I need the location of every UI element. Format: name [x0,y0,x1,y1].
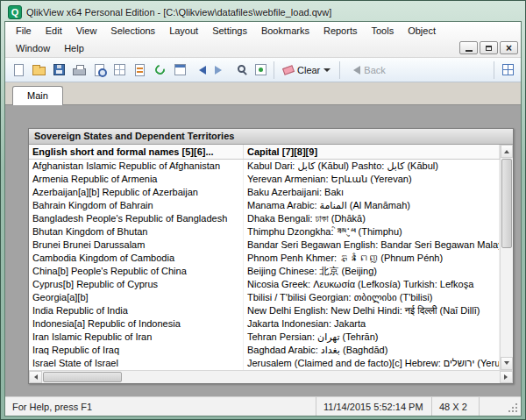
vertical-scrollbar[interactable] [500,145,513,370]
undo-button[interactable] [190,61,210,80]
undo-icon [195,66,206,75]
menu-item-bookmarks[interactable]: Bookmarks [254,24,316,38]
cell-capital[interactable]: Baku Azerbaijani: Bakı [244,186,500,199]
table-body-wrap: English short and formal names [5][6]...… [29,145,513,370]
tab-main[interactable]: Main [12,86,63,105]
cell-country-name[interactable]: Brunei Brunei Darussalam [29,238,244,252]
edit-script-icon [135,64,145,76]
cell-capital[interactable]: Jakarta Indonesian: Jakarta [244,317,500,331]
horizontal-scroll-thumb[interactable] [43,372,122,382]
print-button[interactable] [69,61,89,80]
edit-layout-button[interactable] [110,61,129,80]
menu-item-object[interactable]: Object [401,24,443,38]
cell-country-name[interactable]: Georgia[a][b] [29,291,244,304]
cell-country-name[interactable]: Cambodia Kingdom of Cambodia [29,252,244,265]
save-button[interactable] [49,61,68,80]
reload-button[interactable] [150,61,169,80]
toolbar-separator [339,61,340,79]
menu-item-reports[interactable]: Reports [316,24,365,38]
design-grid-button[interactable] [498,61,517,80]
table-row: Israel State of IsraelJerusalem (Claimed… [29,357,500,370]
horizontal-scroll-track[interactable] [42,371,500,383]
cell-country-name[interactable]: Iraq Republic of Iraq [29,344,244,357]
cell-country-name[interactable]: Indonesia[a] Republic of Indonesia [29,317,244,331]
open-file-button[interactable] [29,61,48,80]
mdi-close-button[interactable]: × [500,41,518,54]
table-row: Iraq Republic of IraqBaghdad Arabic: بغد… [29,344,500,357]
reload-icon [153,63,166,76]
search-button[interactable] [231,61,250,80]
cell-capital[interactable]: Beijing Chinese: 北京 (Beijing) [244,265,500,278]
cell-country-name[interactable]: Israel State of Israel [29,357,244,370]
cell-country-name[interactable]: China[b] People's Republic of China [29,265,244,278]
table-row: Bhutan Kingdom of BhutanThimphu Dzongkha… [29,225,500,238]
table-viewer-button[interactable] [170,61,189,80]
menu-row-1: FileEditViewSelectionsLayoutSettingsBook… [5,22,521,39]
table-row: India Republic of IndiaNew Delhi English… [29,304,500,317]
table-row: Brunei Brunei DarussalamBandar Seri Bega… [29,238,500,252]
back-button[interactable]: Back [344,63,390,77]
column-header-capital[interactable]: Capital [7][8][9] [244,145,500,159]
arrow-right-icon [504,374,510,380]
cell-capital[interactable]: Phnom Penh Khmer: ភ្នំពេញ (Phnum Pénh) [244,252,500,265]
cell-country-name[interactable]: Bahrain Kingdom of Bahrain [29,199,244,212]
cell-country-name[interactable]: India Republic of India [29,304,244,317]
vertical-scroll-track[interactable] [501,158,513,357]
redo-icon [215,66,226,75]
cell-country-name[interactable]: Bhutan Kingdom of Bhutan [29,225,244,238]
cell-capital[interactable]: Nicosia Greek: Λευκωσία (Lefkosía) Turki… [244,278,500,291]
cell-capital[interactable]: Yerevan Armenian: Երևան (Yerevan) [244,173,500,186]
cell-capital[interactable]: Manama Arabic: المنامة (Al Manāmah) [244,199,500,212]
menu-item-selections[interactable]: Selections [103,24,162,38]
menu-item-layout[interactable]: Layout [162,24,205,38]
scroll-right-button[interactable] [500,371,513,383]
print-preview-icon [95,64,104,76]
scroll-up-button[interactable] [501,145,513,158]
print-preview-button[interactable] [89,61,109,80]
edit-script-button[interactable] [130,61,149,80]
redo-button[interactable] [210,61,230,80]
status-resize-grip[interactable] [479,397,521,416]
horizontal-scrollbar[interactable] [29,370,513,383]
cell-country-name[interactable]: Afghanistan Islamic Republic of Afghanis… [29,160,244,173]
table-box-object: Sovereign States and Dependent Territori… [28,128,514,384]
menu-item-settings[interactable]: Settings [205,24,254,38]
table-row: Bahrain Kingdom of BahrainManama Arabic:… [29,199,500,212]
cell-capital[interactable]: Kabul Dari: كابل (Kābul) Pashto: كابل (K… [244,160,500,173]
cell-capital[interactable]: Bandar Seri Begawan English: Bandar Seri… [244,238,500,252]
cell-capital[interactable]: Tehran Persian: تهران (Tehrān) [244,331,500,344]
scroll-left-button[interactable] [29,371,42,383]
menu-item-help[interactable]: Help [57,41,91,55]
cell-capital[interactable]: Jerusalem (Claimed and de facto)[c] Hebr… [244,357,500,370]
menu-item-view[interactable]: View [69,24,104,38]
column-header-names[interactable]: English short and formal names [5][6]... [29,145,244,159]
cell-country-name[interactable]: Armenia Republic of Armenia [29,173,244,186]
cell-country-name[interactable]: Azerbaijan[a][b] Republic of Azerbaijan [29,186,244,199]
current-selections-button[interactable] [251,61,270,80]
scroll-down-button[interactable] [501,357,513,370]
menu-item-edit[interactable]: Edit [39,24,69,38]
mdi-restore-button[interactable] [480,41,498,54]
cell-country-name[interactable]: Bangladesh People's Republic of Banglade… [29,212,244,225]
title-bar[interactable]: Q QlikView x64 Personal Edition - [C:\Ql… [4,1,522,21]
new-document-button[interactable] [9,61,28,80]
table-caption[interactable]: Sovereign States and Dependent Territori… [29,129,513,145]
cell-capital[interactable]: Thimphu Dzongkha: ཐིམ་ཕུ (Thimphu) [244,225,500,238]
cell-capital[interactable]: New Delhi English: New Delhi Hindi: नई द… [244,304,500,317]
search-icon [238,65,245,73]
clear-button[interactable]: Clear [278,63,336,77]
menu-item-file[interactable]: File [9,24,39,38]
cell-capital[interactable]: Dhaka Bengali: ঢাকা (Dhākā) [244,212,500,225]
table-viewer-icon [174,64,186,75]
toolbar-right-icon-group [498,61,517,80]
menu-item-tools[interactable]: Tools [364,24,401,38]
cell-country-name[interactable]: Iran Islamic Republic of Iran [29,331,244,344]
mdi-minimize-button[interactable] [459,41,478,54]
cell-capital[interactable]: Tbilisi / T'bilisi Georgian: თბილისი (T'… [244,291,500,304]
table-header-row: English short and formal names [5][6]...… [29,145,500,160]
mdi-window-controls: × [459,41,518,54]
cell-country-name[interactable]: Cyprus[b] Republic of Cyprus [29,278,244,291]
vertical-scroll-thumb[interactable] [501,159,512,248]
menu-item-window[interactable]: Window [9,41,57,55]
cell-capital[interactable]: Baghdad Arabic: بغداد (Baghdād) [244,344,500,357]
